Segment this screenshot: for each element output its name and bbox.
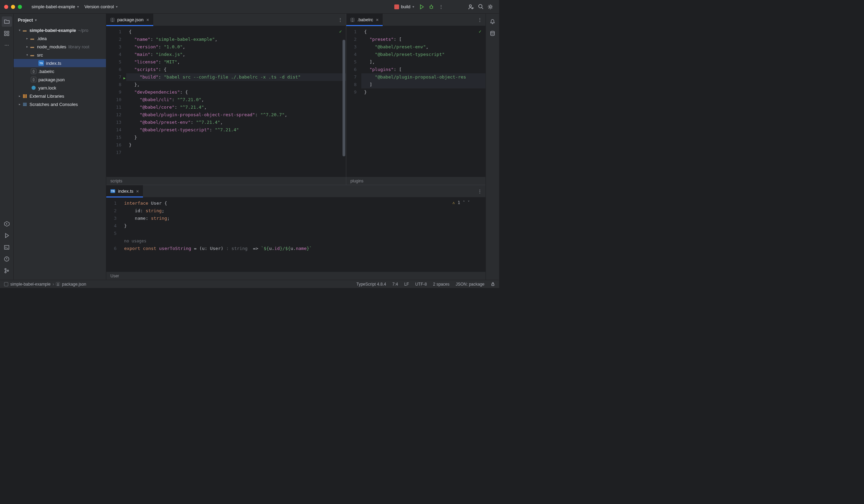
structure-tool-button[interactable] <box>2 28 12 38</box>
editor-body-index-ts[interactable]: 12345 6 interface User { id: string; nam… <box>106 197 485 272</box>
svg-point-1 <box>469 5 471 7</box>
expand-icon[interactable]: ▸ <box>25 37 29 40</box>
chevron-down-icon: ▾ <box>412 5 414 9</box>
tree-item-babelrc[interactable]: {} .babelrc <box>14 67 106 75</box>
tree-label: package.json <box>38 77 65 82</box>
project-tree[interactable]: ▾ ▬ simple-babel-example ~/pro ▸ ▬ .idea… <box>14 26 106 280</box>
titlebar: simple-babel-example ▾ Version control ▾… <box>0 0 499 14</box>
close-window-icon[interactable] <box>4 5 8 9</box>
statusbar: simple-babel-example › {} package.json T… <box>0 280 499 288</box>
settings-button[interactable] <box>485 2 495 12</box>
svg-rect-16 <box>24 94 25 98</box>
json-file-icon: {} <box>31 69 36 74</box>
editor-body-package-json[interactable]: 123456▶7891011121314151617 { "name": "si… <box>106 26 346 177</box>
editor-pane-index-ts: TS index.ts × ⋮ 12345 6 interface User {… <box>106 185 485 280</box>
sb-cursor[interactable]: 7:4 <box>392 282 398 287</box>
database-button[interactable] <box>488 28 498 38</box>
tree-label: .babelrc <box>38 69 54 74</box>
run-config-badge-icon <box>394 4 399 9</box>
tab-package-json[interactable]: {} package.json × <box>106 14 153 26</box>
run-button[interactable] <box>417 2 427 12</box>
project-panel-header[interactable]: Project ▾ <box>14 14 106 26</box>
run-tool-button[interactable] <box>2 230 12 241</box>
editor-code[interactable]: { "presets": [ "@babel/preset-env", "@ba… <box>361 26 485 177</box>
svg-point-14 <box>32 86 36 90</box>
nav-icon[interactable] <box>4 282 8 286</box>
tree-hint: ~/pro <box>78 28 88 33</box>
json-file-icon: {} <box>56 282 60 286</box>
tab-more-button[interactable]: ⋮ <box>335 17 346 22</box>
more-actions-button[interactable]: ⋮ <box>436 2 446 12</box>
tree-item-idea[interactable]: ▸ ▬ .idea <box>14 34 106 43</box>
window-controls <box>4 5 22 9</box>
search-button[interactable] <box>476 2 485 12</box>
expand-icon[interactable]: ▾ <box>17 28 22 32</box>
run-config-selector[interactable]: build ▾ <box>392 3 417 11</box>
tree-item-node-modules[interactable]: ▸ ▬ node_modules library root <box>14 43 106 51</box>
sb-file[interactable]: package.json <box>62 282 86 287</box>
sb-line-sep[interactable]: LF <box>404 282 409 287</box>
more-tools-button[interactable]: ⋯ <box>2 40 12 50</box>
tree-label: index.ts <box>46 61 61 66</box>
breadcrumb[interactable]: scripts <box>106 177 346 185</box>
editor-code[interactable]: { "name": "simple-babel-example", "versi… <box>126 26 346 177</box>
svg-rect-4 <box>4 31 6 33</box>
inspection-widget[interactable]: ⚠ 1 ˄ ˅ <box>453 200 470 205</box>
svg-point-11 <box>5 268 6 270</box>
minimize-window-icon[interactable] <box>11 5 15 9</box>
chevron-down-icon: ▾ <box>35 18 37 22</box>
svg-point-12 <box>5 272 6 273</box>
tree-item-external-libs[interactable]: ▸ External Libraries <box>14 92 106 100</box>
editor-code[interactable]: interface User { id: string; name: strin… <box>121 197 485 272</box>
tab-index-ts[interactable]: TS index.ts × <box>106 185 143 197</box>
expand-icon[interactable]: ▾ <box>25 53 29 57</box>
tab-more-button[interactable]: ⋮ <box>474 17 485 22</box>
editor-gutter: 123456▶7891011121314151617 <box>106 26 126 177</box>
sb-encoding[interactable]: UTF-8 <box>415 282 427 287</box>
chevron-down-icon[interactable]: ˅ <box>468 200 470 205</box>
breadcrumb[interactable]: User <box>106 272 485 280</box>
editor-body-babelrc[interactable]: 123456789 { "presets": [ "@babel/preset-… <box>346 26 485 177</box>
vcs-selector[interactable]: Version control ▾ <box>82 3 120 11</box>
maximize-window-icon[interactable] <box>18 5 22 9</box>
close-icon[interactable]: × <box>136 189 139 194</box>
warning-icon: ⚠ <box>453 200 455 205</box>
sb-project[interactable]: simple-babel-example <box>10 282 50 287</box>
svg-point-13 <box>7 270 9 271</box>
chevron-up-icon[interactable]: ˄ <box>463 200 465 205</box>
vcs-tool-button[interactable] <box>2 265 12 276</box>
expand-icon[interactable]: ▸ <box>17 94 22 98</box>
sb-indent[interactable]: 2 spaces <box>433 282 449 287</box>
editor-pane-package-json: {} package.json × ⋮ 123456▶7891011121314… <box>106 14 346 185</box>
ts-file-icon: TS <box>38 60 44 66</box>
breadcrumb[interactable]: plugins <box>346 177 485 185</box>
tree-item-package-json[interactable]: {} package.json <box>14 75 106 84</box>
tree-label: node_modules <box>37 44 66 49</box>
tree-item-scratches[interactable]: ▸ Scratches and Consoles <box>14 100 106 108</box>
debug-button[interactable] <box>427 2 436 12</box>
code-with-me-button[interactable] <box>466 2 476 12</box>
expand-icon[interactable]: ▸ <box>25 45 29 48</box>
tree-item-yarn-lock[interactable]: yarn.lock <box>14 84 106 92</box>
tab-babelrc[interactable]: {} .babelrc × <box>346 14 383 26</box>
scrollbar[interactable] <box>343 40 345 170</box>
tab-more-button[interactable]: ⋮ <box>474 189 485 194</box>
editor-gutter: 12345 6 <box>106 197 121 272</box>
services-tool-button[interactable] <box>2 219 12 229</box>
svg-rect-17 <box>26 94 27 98</box>
close-icon[interactable]: × <box>376 17 379 23</box>
sb-ts-version[interactable]: TypeScript 4.8.4 <box>357 282 386 287</box>
tree-root[interactable]: ▾ ▬ simple-babel-example ~/pro <box>14 26 106 34</box>
lock-icon[interactable] <box>491 282 495 286</box>
project-selector[interactable]: simple-babel-example ▾ <box>29 3 82 11</box>
tree-item-src[interactable]: ▾ ▬ src <box>14 51 106 59</box>
terminal-tool-button[interactable] <box>2 242 12 252</box>
svg-rect-6 <box>4 34 6 36</box>
expand-icon[interactable]: ▸ <box>17 103 22 106</box>
close-icon[interactable]: × <box>146 17 149 23</box>
notifications-button[interactable] <box>488 16 498 27</box>
project-tool-button[interactable] <box>2 16 12 27</box>
problems-tool-button[interactable] <box>2 254 12 264</box>
sb-file-type[interactable]: JSON: package <box>456 282 484 287</box>
tree-item-index-ts[interactable]: TS index.ts <box>14 59 106 67</box>
